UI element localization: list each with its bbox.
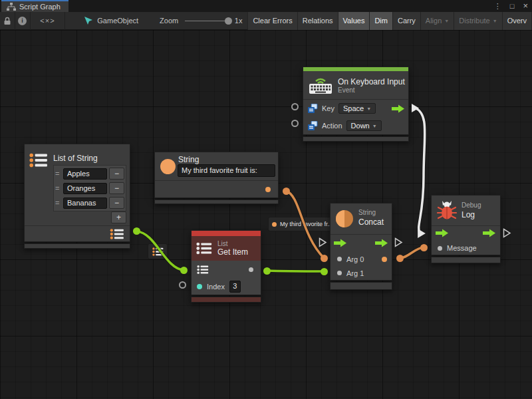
- key-dropdown[interactable]: Space ▼: [338, 103, 376, 114]
- flow-input-arrow-icon[interactable]: [334, 239, 347, 249]
- message-input-port-dot[interactable]: [438, 246, 442, 251]
- log-message-endpoint[interactable]: [420, 244, 428, 251]
- code-icon: <×>: [40, 17, 55, 25]
- list-item-row: = Apples −: [55, 166, 124, 181]
- zoom-value: 1x: [235, 17, 243, 25]
- getitem-list-input-endpoint[interactable]: [180, 267, 188, 274]
- distribute-dropdown[interactable]: Distribute ▼: [454, 12, 502, 30]
- info-button[interactable]: i: [15, 12, 30, 30]
- node-footer: [330, 282, 392, 290]
- zoom-slider-knob[interactable]: [225, 17, 232, 25]
- drag-handle-icon[interactable]: =: [55, 184, 61, 192]
- arg0-input-port-dot[interactable]: [337, 257, 342, 261]
- chevron-down-icon: ▼: [493, 19, 497, 23]
- node-title: String: [178, 155, 199, 164]
- string-output-endpoint[interactable]: [283, 188, 290, 195]
- graph-toolbar: i <×> GameObject Zoom 1x Clear Errors Re…: [0, 12, 532, 30]
- button-label: Relations: [303, 17, 333, 25]
- zoom-label: Zoom: [160, 17, 178, 25]
- concat-flow-output-triangle[interactable]: [394, 237, 403, 250]
- node-get-item[interactable]: List Get Item Index 3: [191, 230, 261, 303]
- node-concat[interactable]: String Concat Arg 0: [330, 203, 392, 290]
- index-value-field[interactable]: 3: [229, 281, 241, 293]
- concat-arg1-endpoint[interactable]: [321, 268, 328, 275]
- string-value-field[interactable]: My third favorite fruit is:: [178, 164, 275, 177]
- action-dropdown[interactable]: Down ▼: [346, 120, 382, 131]
- flow-output-arrow-icon[interactable]: [375, 239, 388, 249]
- string-output-port-dot[interactable]: [265, 187, 271, 192]
- lock-button[interactable]: [0, 12, 15, 30]
- arg1-input-port-dot[interactable]: [337, 271, 342, 275]
- flow-input-arrow-icon[interactable]: [436, 229, 449, 239]
- enum-icon: [308, 104, 318, 113]
- node-title: Get Item: [217, 247, 248, 257]
- remove-item-button[interactable]: −: [109, 197, 124, 209]
- button-label: Carry: [398, 17, 416, 25]
- relations-button[interactable]: Relations: [298, 12, 338, 30]
- tab-script-graph[interactable]: Script Graph: [1, 0, 68, 12]
- node-debug-log[interactable]: Debug Log Message: [431, 195, 501, 263]
- align-dropdown[interactable]: Align ▼: [421, 12, 454, 30]
- log-flow-output-triangle[interactable]: [503, 228, 511, 241]
- zoom-slider[interactable]: [185, 12, 232, 30]
- getitem-output-endpoint[interactable]: [263, 267, 271, 275]
- getitem-index-port-ring[interactable]: [179, 281, 186, 289]
- keyboard-flow-output-triangle[interactable]: [411, 103, 420, 116]
- string-dot-icon: [272, 222, 277, 227]
- values-button[interactable]: Values: [338, 12, 370, 30]
- arg1-port-label: Arg 1: [346, 269, 364, 277]
- arg0-port-label: Arg 0: [346, 255, 364, 263]
- keyboard-action-port-ring[interactable]: [291, 120, 299, 127]
- button-label: Align: [426, 17, 442, 25]
- gameobject-label: GameObject: [97, 17, 138, 25]
- list-item-field[interactable]: Bananas: [63, 198, 107, 209]
- button-label: Values: [343, 17, 365, 25]
- flow-output-arrow-icon[interactable]: [483, 229, 496, 239]
- concat-arg0-endpoint[interactable]: [321, 255, 328, 262]
- index-input-port-dot[interactable]: [197, 284, 202, 289]
- action-value: Down: [351, 122, 370, 130]
- toolbar-separator: [65, 12, 65, 30]
- item-output-port-dot[interactable]: [249, 267, 253, 272]
- node-title: Concat: [358, 217, 384, 227]
- chevron-down-icon: ▼: [366, 106, 371, 111]
- list-output-icon: [110, 228, 124, 240]
- clear-errors-button[interactable]: Clear Errors: [247, 12, 297, 30]
- tab-title: Script Graph: [19, 3, 61, 11]
- gameobject-context[interactable]: GameObject: [84, 16, 138, 25]
- node-on-keyboard-input[interactable]: On Keyboard Input Event Key Space ▼: [303, 66, 409, 142]
- code-view-button[interactable]: <×>: [30, 12, 65, 30]
- carry-button[interactable]: Carry: [393, 12, 421, 30]
- log-flow-input-triangle[interactable]: [417, 228, 426, 241]
- close-icon[interactable]: ×: [523, 0, 528, 12]
- list-input-icon[interactable]: [197, 265, 209, 275]
- node-footer: [431, 257, 501, 263]
- key-port-label: Key: [322, 104, 334, 112]
- remove-item-button[interactable]: −: [109, 168, 124, 180]
- list-item-field[interactable]: Oranges: [63, 183, 107, 194]
- concat-output-endpoint[interactable]: [396, 255, 404, 262]
- window-menu-icon[interactable]: ⋮: [494, 0, 501, 12]
- keyboard-key-port-ring[interactable]: [291, 103, 299, 110]
- list-item-field[interactable]: Apples: [63, 168, 107, 180]
- dim-button[interactable]: Dim: [370, 12, 393, 30]
- node-string-literal[interactable]: String My third favorite fruit is:: [154, 152, 279, 204]
- add-item-button[interactable]: +: [111, 211, 126, 223]
- node-title: On Keyboard Input: [338, 77, 405, 86]
- remove-item-button[interactable]: −: [109, 182, 124, 194]
- flow-output-arrow-icon: [392, 104, 405, 114]
- result-output-port-dot[interactable]: [382, 257, 387, 262]
- node-title: List of String: [53, 154, 98, 163]
- concat-flow-input-triangle[interactable]: [319, 237, 327, 250]
- overview-button[interactable]: Overv: [503, 12, 532, 30]
- button-label: Clear Errors: [253, 17, 292, 25]
- node-list-of-string[interactable]: List of String = Apples − = Oranges − =: [24, 144, 130, 249]
- info-icon: i: [18, 17, 27, 25]
- list-output-endpoint[interactable]: [133, 227, 140, 235]
- maximize-icon[interactable]: □: [510, 0, 515, 12]
- list-icon-white: [196, 241, 212, 255]
- drag-handle-icon[interactable]: =: [55, 170, 61, 178]
- string-concat-icon: [336, 210, 353, 227]
- zoom-slider-track[interactable]: [185, 21, 228, 21]
- drag-handle-icon[interactable]: =: [55, 199, 61, 207]
